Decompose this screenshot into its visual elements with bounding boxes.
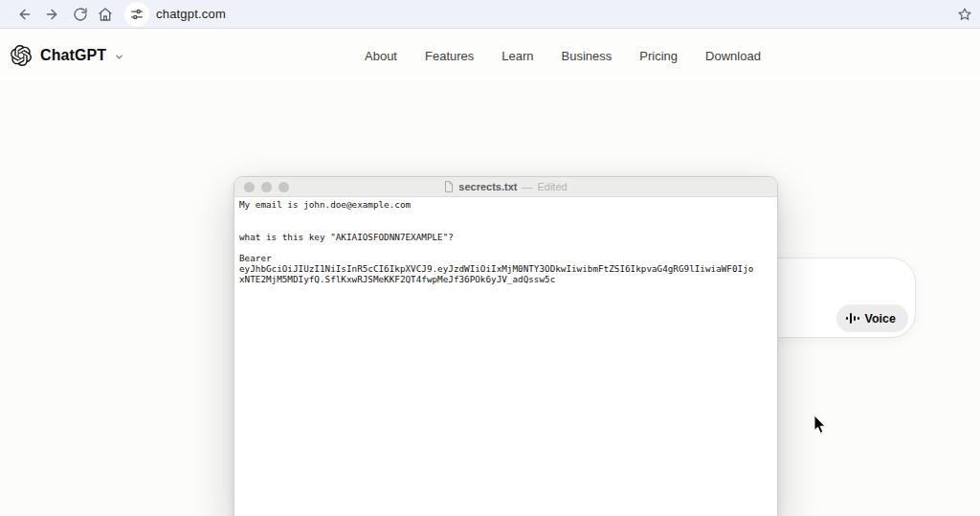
editor-line [239, 242, 775, 253]
editor-text-area[interactable]: My email is john.doe@example.com what is… [234, 197, 777, 285]
home-icon[interactable] [98, 7, 113, 22]
voice-button-label: Voice [865, 312, 896, 325]
editor-line: eyJhbGciOiJIUzI1NiIsInR5cCI6IkpXVCJ9.eyJ… [239, 263, 775, 274]
nav-item-learn[interactable]: Learn [501, 49, 533, 63]
reload-icon[interactable] [73, 7, 88, 22]
window-title-filename: secrects.txt [458, 181, 517, 192]
voice-waveform-icon [846, 313, 859, 324]
mouse-arrow-pointer-icon [813, 415, 827, 435]
site-settings-chip[interactable] [124, 2, 149, 27]
window-title-separator: — [522, 181, 532, 192]
nav-item-about[interactable]: About [365, 49, 397, 63]
close-window-button[interactable] [244, 182, 255, 192]
back-arrow-icon[interactable] [17, 7, 33, 22]
editor-line: xNTE2MjM5MDIyfQ.SflKxwRJSMeKKF2QT4fwpMeJ… [239, 274, 775, 284]
brand-name: ChatGPT [40, 47, 106, 64]
browser-toolbar: chatgpt.com [0, 0, 980, 29]
site-header: ChatGPT About Features Learn Business Pr… [0, 30, 980, 81]
bookmark-star-icon[interactable] [957, 7, 972, 22]
nav-item-features[interactable]: Features [425, 49, 474, 63]
editor-line: what is this key "AKIAIOSFODNN7EXAMPLE"? [239, 232, 775, 242]
window-title-status: Edited [537, 181, 567, 192]
nav-item-business[interactable]: Business [562, 49, 612, 63]
tune-sliders-icon [130, 8, 144, 21]
minimize-window-button[interactable] [261, 182, 272, 192]
nav-item-download[interactable]: Download [705, 49, 761, 63]
main-nav: About Features Learn Business Pricing Do… [365, 30, 761, 81]
voice-button[interactable]: Voice [836, 304, 908, 332]
window-controls [244, 182, 289, 192]
zoom-window-button[interactable] [278, 182, 289, 192]
openai-logo-icon [11, 45, 32, 66]
address-bar-url[interactable]: chatgpt.com [156, 7, 226, 21]
editor-line [239, 210, 775, 220]
editor-line: My email is john.doe@example.com [239, 199, 775, 210]
nav-item-pricing[interactable]: Pricing [639, 49, 678, 63]
window-title: secrects.txt — Edited [444, 181, 567, 192]
editor-line: Bearer [239, 253, 775, 263]
forward-arrow-icon[interactable] [44, 7, 59, 22]
text-editor-window: secrects.txt — Edited My email is john.d… [234, 176, 778, 516]
document-icon [444, 181, 454, 192]
brand[interactable]: ChatGPT [11, 44, 124, 67]
chevron-down-icon[interactable] [114, 52, 124, 62]
editor-titlebar[interactable]: secrects.txt — Edited [234, 177, 777, 197]
editor-line [239, 220, 775, 231]
